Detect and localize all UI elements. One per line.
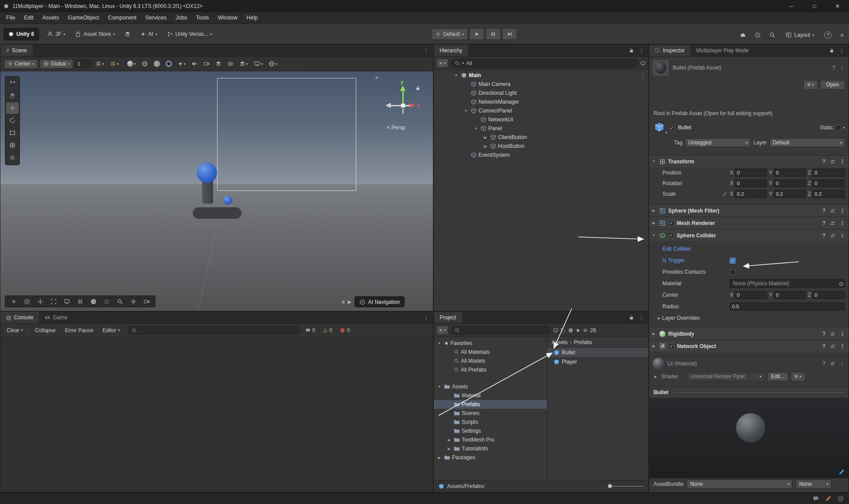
gizmo-center-handle[interactable] (401, 104, 405, 108)
console-panel-menu-icon[interactable]: ⋮ (423, 314, 429, 321)
hierarchy-search-field[interactable]: ▾ All (451, 59, 638, 68)
inspector-panel-menu-icon[interactable]: ⋮ (839, 47, 845, 54)
unity-hub-badge[interactable]: Unity 6 (4, 28, 39, 40)
breadcrumb-current[interactable]: Prefabs (574, 339, 592, 345)
gizmo-negx-cone[interactable] (386, 103, 391, 108)
hierarchy-item-networkmanager[interactable]: NetworkManager (434, 97, 648, 106)
gizmo-lock-icon[interactable] (415, 85, 421, 91)
menu-gameobject[interactable]: GameObject (63, 12, 103, 23)
hierarchy-item-main-camera[interactable]: Main Camera (434, 80, 648, 89)
overlay-sphere-button[interactable] (88, 297, 99, 306)
scale-z-field[interactable] (812, 190, 845, 198)
console-collapse-toggle[interactable]: Collapse (31, 326, 59, 335)
search-icon[interactable] (769, 32, 775, 38)
scene-options-icon[interactable]: ⋮ (640, 72, 646, 78)
center-z-field[interactable] (812, 291, 845, 299)
tool-handle-dropdown[interactable]: Center ▾ (4, 59, 38, 69)
foldout-right-icon[interactable]: ▶ (651, 221, 657, 225)
visibility-eye-icon[interactable] (583, 328, 588, 333)
help-icon[interactable]: ? (822, 343, 826, 349)
cloud-icon[interactable] (740, 32, 746, 38)
project-item-all-materials[interactable]: All Materials (434, 348, 547, 357)
project-item-scenes[interactable]: Scenes (434, 409, 547, 418)
help-icon[interactable]: ? (824, 31, 832, 39)
lock-icon[interactable] (829, 48, 834, 53)
gameobject-name-field[interactable]: Bullet (678, 124, 691, 131)
hidden-packages-icon[interactable] (568, 328, 573, 333)
context-menu-icon[interactable]: ⋮ (840, 233, 845, 239)
help-icon[interactable]: ? (822, 361, 826, 367)
custom-tool-button[interactable] (6, 152, 19, 163)
rotation-x-field[interactable] (735, 179, 767, 187)
context-menu-icon[interactable]: ⋮ (840, 361, 845, 367)
rotation-y-field[interactable] (774, 179, 806, 187)
project-item-textmesh-pro[interactable]: ▶ TextMesh Pro (434, 435, 547, 444)
foldout-down-icon[interactable]: ▼ (436, 385, 442, 389)
presets-icon[interactable] (830, 221, 835, 226)
transform-component-header[interactable]: ▼ Transform ? ⋮ (649, 155, 849, 167)
tab-multiplayer-play-mode[interactable]: Multiplayer Play Mode (690, 45, 754, 56)
shader-options-dropdown[interactable]: ≡ ▾ (791, 372, 805, 381)
notifications-icon[interactable] (813, 496, 819, 502)
help-icon[interactable]: ? (822, 220, 826, 226)
rotate-tool-button[interactable] (6, 115, 19, 126)
open-prefab-button[interactable]: Open (820, 80, 845, 89)
presets-icon[interactable] (830, 361, 835, 366)
foldout-down-icon[interactable]: ▼ (651, 233, 657, 237)
overlay-expand-icon[interactable]: ▶ (348, 299, 351, 304)
console-error-counter[interactable]: 0 (337, 327, 353, 333)
move-tool-button[interactable] (6, 102, 19, 114)
shader-dropdown[interactable]: Universal Render Pipel ▾ (687, 372, 765, 381)
physics-material-object-field[interactable]: None (Physics Material) ⊙ (730, 279, 845, 288)
overlay-scatter-button[interactable] (101, 297, 113, 306)
console-clear-button[interactable]: Clear ▾ (3, 326, 27, 335)
hierarchy-item-main[interactable]: ▼ Main ⋮ (434, 71, 648, 80)
favorites-star-icon[interactable]: ★ (576, 327, 580, 333)
console-warning-counter[interactable]: ⚠ 0 (320, 327, 335, 333)
lock-icon[interactable] (629, 315, 634, 320)
mesh-filter-component-header[interactable]: ▶ Sphere (Mesh Filter) ? ⋮ (649, 204, 849, 217)
rotation-z-field[interactable] (812, 179, 845, 187)
layer-overrides-foldout[interactable]: ▶ Layer Overrides (649, 312, 849, 324)
foldout-right-icon[interactable]: ▶ (436, 456, 442, 460)
menu-edit[interactable]: Edit (19, 12, 38, 23)
play-mode-dropdown[interactable]: Default ▾ (432, 28, 468, 40)
assetbundle-variant-dropdown[interactable]: None ▾ (796, 480, 831, 488)
player-capsule-object[interactable] (193, 207, 241, 219)
ai-menu[interactable]: AI ▾ (139, 28, 159, 40)
scene-viewport[interactable]: ≡ ≡ ▾ y (0, 71, 433, 311)
rigidbody-component-header[interactable]: ▶ Rigidbody ? ⋮ (649, 327, 849, 340)
maximize-button[interactable]: □ (803, 0, 826, 12)
properties-dropdown[interactable]: ≡ ▾ (803, 80, 818, 89)
overlay-monitor-button[interactable] (61, 297, 73, 306)
preview-header[interactable]: Bullet (649, 387, 849, 398)
edit-collider-button[interactable]: Edit Collider (662, 246, 730, 252)
help-icon[interactable]: ? (822, 208, 826, 214)
hierarchy-create-button[interactable]: + ▾ (436, 58, 448, 68)
material-header[interactable]: Lit (Material) ? ⋮ (649, 356, 849, 371)
context-menu-icon[interactable]: ⋮ (840, 331, 845, 337)
fx-toggle[interactable] (152, 59, 162, 69)
slider-knob[interactable] (608, 484, 612, 488)
rect-tool-button[interactable] (6, 127, 19, 139)
prefab-cube-icon[interactable]: ▾ (654, 121, 666, 134)
project-item-packages[interactable]: ▶ Packages (434, 453, 547, 462)
help-icon[interactable]: ? (822, 159, 826, 165)
file-item-player[interactable]: Player (547, 357, 648, 366)
foldout-right-icon[interactable]: ▶ (446, 447, 452, 451)
foldout-down-icon[interactable]: ▼ (473, 127, 479, 131)
gizmo-y-cone[interactable] (400, 85, 405, 91)
object-picker-icon[interactable]: ⊙ (839, 280, 844, 287)
foldout-right-icon[interactable]: ▶ (651, 209, 657, 213)
console-search-input[interactable] (139, 327, 296, 333)
project-panel-menu-icon[interactable]: ⋮ (639, 314, 644, 321)
overflow-menu-icon[interactable]: ≡ (840, 32, 844, 39)
project-item-prefabs[interactable]: Prefabs (434, 400, 547, 409)
console-info-counter[interactable]: 0 (303, 327, 318, 333)
network-object-component-header[interactable]: ▶ # ✓ Network Object ? ⋮ (649, 340, 849, 352)
foldout-right-icon[interactable]: ▶ (651, 344, 657, 348)
menu-help[interactable]: Help (242, 12, 262, 23)
project-item-assets[interactable]: ▼ Assets (434, 382, 547, 391)
overlay-move-button[interactable] (35, 297, 46, 306)
presets-icon[interactable] (830, 344, 835, 349)
